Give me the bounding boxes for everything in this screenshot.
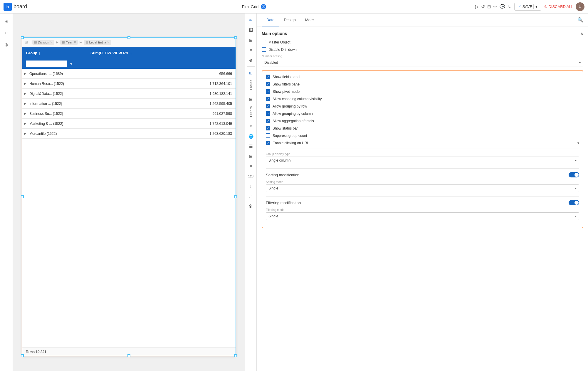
sidebar-icon-arrows[interactable]: ↔ (1, 28, 12, 38)
refresh-icon[interactable]: ↺ (481, 4, 485, 9)
handle-bottom-center[interactable] (127, 354, 130, 357)
tool-icon-globe[interactable]: 🌐 (246, 131, 256, 141)
bc-legal-close[interactable]: ✕ (107, 41, 110, 44)
discard-button[interactable]: ⚠ DISCARD ALL (544, 4, 573, 9)
filtering-mode-dropdown[interactable]: Single ▾ (266, 212, 579, 220)
avatar[interactable]: U (576, 2, 584, 11)
row-expander-2[interactable]: ▶ (22, 92, 28, 95)
right-panel: Data Design More 🔍 Main options ∧ Master… (257, 14, 588, 371)
table-icon[interactable]: ⊞ (487, 4, 491, 9)
tab-design[interactable]: Design (279, 14, 300, 26)
row-value-6: 1.263.620.183 (87, 132, 236, 136)
tool-icon-filter2[interactable]: ⊟ (246, 94, 256, 104)
table-row[interactable]: ▶ Information ... (1522) 1.562.595.405 (22, 99, 236, 109)
filtering-modification-toggle[interactable] (569, 200, 579, 205)
handle-top-center[interactable] (127, 36, 130, 39)
label-show-filters: Show filters panel (273, 82, 300, 86)
cb-show-fields[interactable]: ✓ (266, 75, 270, 79)
table-row[interactable]: ▶ Digital&Data... (1522) 1.930.182.141 (22, 89, 236, 99)
tool-icon-grid[interactable]: ⊞ (246, 35, 256, 45)
tab-more[interactable]: More (300, 14, 319, 26)
edit-icon[interactable]: ✏ (493, 4, 497, 9)
save-dropdown-arrow[interactable]: ▾ (533, 4, 537, 9)
collapse-icon[interactable]: ∧ (580, 31, 583, 36)
cb-show-pivot[interactable]: ✓ (266, 89, 270, 94)
topbar-center: Flex Grid ⓘ (35, 4, 473, 9)
cb-show-filters[interactable]: ✓ (266, 82, 270, 86)
play-icon[interactable]: ▷ (475, 4, 479, 9)
table-row[interactable]: ▶ Human Reso... (1522) 1.712.364.101 (22, 79, 236, 89)
cb-click-url[interactable]: ✓ (266, 141, 270, 145)
comment-icon[interactable]: 💬 (500, 4, 505, 9)
tool-icon-hash[interactable]: # (246, 121, 256, 131)
handle-middle-right[interactable] (234, 195, 237, 198)
handle-bottom-left[interactable] (21, 354, 24, 357)
click-url-arrow[interactable]: ▾ (577, 141, 579, 145)
tool-icon-filter[interactable]: ⊞ (246, 68, 256, 78)
table-row[interactable]: ▶ Operations -... (1689) -656.666 (22, 69, 236, 79)
bc-item-division[interactable]: ▦ Division ✕ (32, 40, 55, 45)
grid-widget: ⊞ | ▦ Division ✕ ▶ ▦ Year ✕ ▶ ▦ Legal En… (22, 37, 236, 356)
group-display-dropdown[interactable]: Single column ▾ (266, 157, 579, 164)
cb-group-row[interactable]: ✓ (266, 104, 270, 108)
tool-icon-sort2[interactable]: ↓↑ (246, 191, 256, 201)
handle-top-left[interactable] (21, 36, 24, 39)
table-row[interactable]: ▶ Mercantile (1522) 1.263.620.183 (22, 129, 236, 139)
bc-item-year[interactable]: ▦ Year ✕ (60, 40, 78, 45)
sidebar-icon-grid[interactable]: ⊞ (1, 16, 12, 26)
grid-table-icon: ⊞ (25, 40, 28, 44)
row-expander-3[interactable]: ▶ (22, 102, 28, 105)
tool-icon-bars2[interactable]: ⊟ (246, 151, 256, 161)
tab-data[interactable]: Data (262, 14, 279, 26)
tool-icon-brush[interactable]: ✏ (246, 15, 256, 25)
speech-icon[interactable]: 🗨 (508, 4, 512, 9)
row-expander-0[interactable]: ▶ (22, 72, 28, 75)
sorting-modification-toggle[interactable] (569, 172, 579, 177)
table-row[interactable]: ▶ Marketing & ... (1522) 1.742.613.049 (22, 119, 236, 129)
filters-label[interactable]: Filters (249, 104, 253, 119)
panel-search-icon[interactable]: 🔍 (577, 17, 583, 23)
cb-group-col[interactable]: ✓ (266, 111, 270, 116)
tool-icon-bars[interactable]: ☰ (246, 141, 256, 151)
cb-col-visibility[interactable]: ✓ (266, 97, 270, 101)
row-expander-6[interactable]: ▶ (22, 132, 28, 135)
logo-text: board (14, 4, 27, 10)
number-scaling-dropdown[interactable]: Disabled ▾ (262, 59, 583, 66)
cb-status-bar[interactable]: ✓ (266, 126, 270, 130)
tool-fields-section: ⊞ Fields ⊟ Filters # 🌐 ☰ ⊟ ≡ 123 ↕ ↓↑ 🗑 (245, 68, 256, 371)
table-row[interactable]: ▶ Business Su... (1522) 991.027.598 (22, 109, 236, 119)
handle-middle-left[interactable] (21, 195, 24, 198)
handle-bottom-right[interactable] (234, 354, 237, 357)
tool-icon-image[interactable]: 🖼 (246, 25, 256, 35)
col-group-header: Group | (22, 51, 87, 55)
tool-icon-sort[interactable]: ↕ (246, 181, 256, 191)
tool-icon-add[interactable]: ⊕ (246, 55, 256, 65)
bc-arrow-2: ▶ (80, 41, 82, 44)
fields-label[interactable]: Fields (249, 78, 253, 92)
cb-aggregation[interactable]: ✓ (266, 119, 270, 123)
divider-1 (266, 149, 579, 149)
bc-year-close[interactable]: ✕ (74, 41, 76, 44)
sidebar-icon-plus[interactable]: ⊕ (1, 39, 12, 50)
option-row-8: Suppress group count (266, 133, 579, 138)
handle-top-right[interactable] (234, 36, 237, 39)
filter-input[interactable] (26, 61, 67, 67)
bc-item-legal-entity[interactable]: ▦ Legal Entity ✕ (84, 40, 111, 45)
rows-value: 10.821 (36, 350, 46, 354)
filter-icon[interactable]: ▼ (69, 62, 73, 66)
row-expander-5[interactable]: ▶ (22, 122, 28, 125)
disable-drill-checkbox[interactable] (262, 47, 266, 52)
cb-suppress-group[interactable] (266, 133, 270, 138)
tool-icon-123[interactable]: 123 (246, 171, 256, 181)
tool-icon-trash[interactable]: 🗑 (246, 201, 256, 211)
tool-icon-bars3[interactable]: ≡ (246, 161, 256, 171)
bc-division-close[interactable]: ✕ (50, 41, 53, 44)
master-object-checkbox[interactable] (262, 40, 266, 44)
row-value-3: 1.562.595.405 (87, 102, 236, 106)
row-expander-4[interactable]: ▶ (22, 112, 28, 115)
tool-icon-list[interactable]: ≡ (246, 45, 256, 55)
row-expander-1[interactable]: ▶ (22, 82, 28, 85)
option-row-4: ✓ Allow grouping by row (266, 104, 579, 108)
sorting-mode-dropdown[interactable]: Single ▾ (266, 184, 579, 192)
save-button[interactable]: ✓ SAVE ▾ (514, 3, 542, 11)
